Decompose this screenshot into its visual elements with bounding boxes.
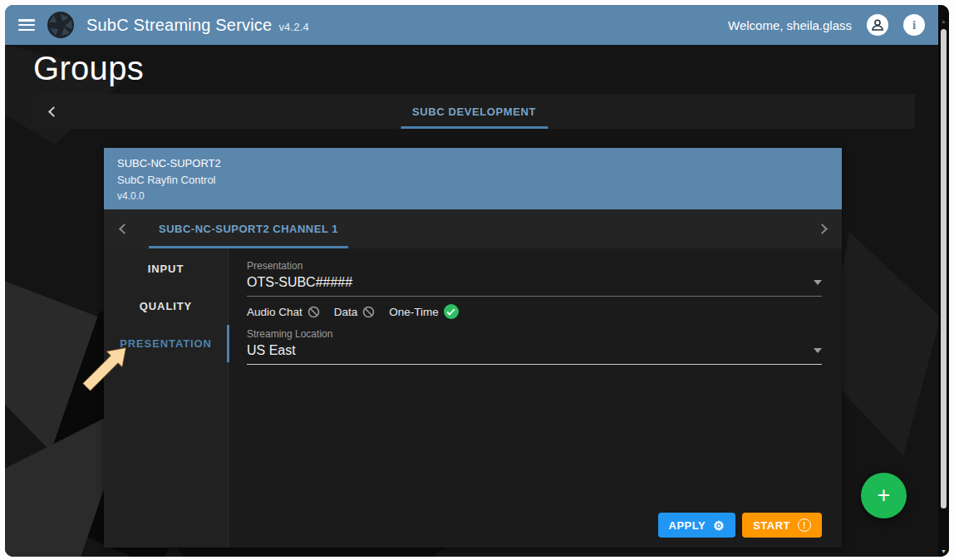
tab-input[interactable]: INPUT [104, 250, 228, 287]
annotation-arrow-icon [76, 339, 135, 397]
scrollbar[interactable]: ▲ ▼ [938, 5, 949, 557]
flag-label: Data [334, 306, 358, 318]
tab-quality[interactable]: QUALITY [104, 287, 228, 325]
streaming-location-select[interactable]: US East [247, 343, 822, 365]
page-title: Groups [33, 50, 144, 87]
start-label: START [753, 519, 790, 532]
start-button[interactable]: START ! [742, 513, 822, 538]
add-group-fab[interactable]: + [861, 473, 907, 518]
group-tab-label: SUBC DEVELOPMENT [412, 106, 536, 118]
streaming-location-value: US East [247, 343, 296, 358]
scroll-up-icon[interactable]: ▲ [938, 18, 949, 24]
apply-label: APPLY [669, 519, 706, 532]
chevron-left-icon [48, 106, 59, 117]
account-icon[interactable] [867, 14, 888, 36]
device-firmware: v4.0.0 [117, 189, 829, 204]
tab-channel-1[interactable]: SUBC-NC-SUPORT2 CHANNEL 1 [149, 209, 348, 248]
menu-icon[interactable] [18, 19, 35, 31]
scroll-down-icon[interactable]: ▼ [938, 548, 949, 554]
presentation-form: Presentation OTS-SUBC##### Audio Chat [229, 248, 842, 548]
presentation-select[interactable]: OTS-SUBC##### [247, 275, 822, 297]
streaming-location-label: Streaming Location [247, 328, 822, 340]
flag-audio-chat: Audio Chat [247, 306, 320, 318]
flag-label: Audio Chat [247, 306, 302, 318]
scrollbar-thumb[interactable] [941, 29, 947, 508]
flag-one-time: One-Time [389, 304, 459, 319]
tab-subc-development[interactable]: SUBC DEVELOPMENT [401, 94, 548, 129]
channel-prev-button[interactable] [104, 209, 144, 248]
channel-next-button[interactable] [802, 209, 842, 248]
subc-logo-icon [47, 11, 75, 39]
presentation-label: Presentation [247, 260, 822, 272]
channel-tab-label: SUBC-NC-SUPORT2 CHANNEL 1 [159, 223, 338, 235]
flags-row: Audio Chat Data One-Time [247, 304, 822, 319]
app-version: v4.2.4 [278, 21, 309, 33]
action-buttons: APPLY ⚙ START ! [247, 513, 822, 538]
app-title-group: SubC Streaming Service v4.2.4 [86, 16, 309, 35]
device-name: SUBC-NC-SUPORT2 [117, 155, 829, 172]
active-tab-underline [401, 126, 548, 129]
flag-data: Data [334, 306, 376, 318]
blocked-icon [307, 306, 320, 318]
device-card: SUBC-NC-SUPORT2 SubC Rayfin Control v4.0… [104, 148, 842, 548]
gear-icon: ⚙ [713, 519, 725, 532]
exclamation-circle-icon: ! [798, 518, 811, 532]
app-window: SubC Streaming Service v4.2.4 Welcome, s… [5, 5, 949, 557]
active-tab-indicator [227, 325, 229, 362]
settings-tab-list: INPUT QUALITY PRESENTATION [104, 248, 229, 548]
group-tabbar: SUBC DEVELOPMENT [33, 94, 915, 129]
app-header: SubC Streaming Service v4.2.4 Welcome, s… [5, 5, 938, 45]
channel-tabbar: SUBC-NC-SUPORT2 CHANNEL 1 [104, 209, 842, 248]
chevron-left-icon [119, 224, 130, 234]
app-title: SubC Streaming Service [86, 16, 272, 35]
apply-button[interactable]: APPLY ⚙ [658, 513, 736, 538]
screenshot-frame: SubC Streaming Service v4.2.4 Welcome, s… [0, 0, 954, 560]
plus-icon: + [878, 483, 891, 508]
chevron-right-icon [817, 224, 828, 234]
group-back-button[interactable] [33, 108, 73, 115]
device-card-header: SUBC-NC-SUPORT2 SubC Rayfin Control v4.0… [104, 148, 842, 209]
welcome-text: Welcome, sheila.glass [728, 18, 852, 32]
dropdown-caret-icon [814, 280, 822, 285]
info-icon[interactable]: i [903, 14, 925, 36]
check-icon [444, 304, 459, 319]
flag-label: One-Time [389, 306, 439, 318]
device-type: SubC Rayfin Control [117, 172, 829, 189]
main-area: Groups SUBC DEVELOPMENT SUBC-NC-SUPORT2 … [5, 45, 938, 557]
dropdown-caret-icon [814, 348, 822, 353]
presentation-value: OTS-SUBC##### [247, 275, 352, 290]
blocked-icon [362, 306, 375, 318]
